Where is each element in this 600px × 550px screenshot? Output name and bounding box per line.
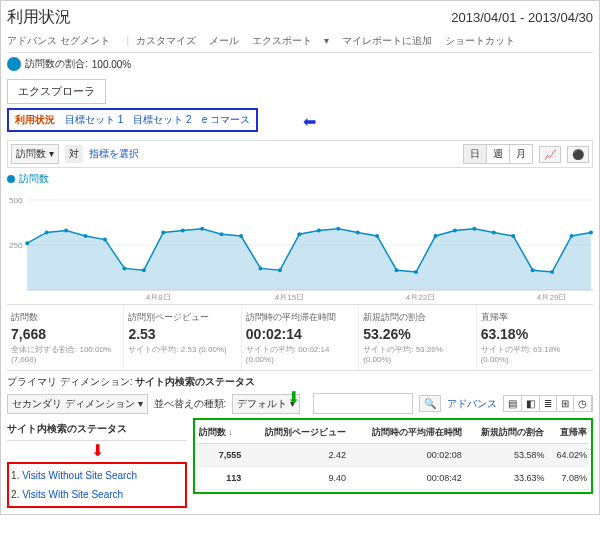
view-comparison-button[interactable]: ⊞ (557, 396, 574, 411)
add-report-button[interactable]: マイレポートに追加 (342, 35, 432, 46)
svg-text:4月22日: 4月22日 (406, 293, 436, 300)
tab-goal2[interactable]: 目標セット 2 (133, 113, 191, 127)
view-pivot-button[interactable]: ◷ (574, 396, 592, 411)
list-item: 1. Visits Without Site Search (11, 466, 183, 485)
svg-point-22 (356, 230, 360, 234)
search-button[interactable]: 🔍 (419, 395, 441, 412)
status-link[interactable]: Visits With Site Search (22, 489, 123, 500)
adv-segment-button[interactable]: アドバンス セグメント (7, 35, 110, 46)
export-button[interactable]: エクスポート ▾ (252, 35, 330, 46)
primary-dim-value: サイト内検索のステータス (135, 376, 255, 387)
view-performance-button[interactable]: ≣ (540, 396, 557, 411)
sub-tabs: 利用状況 目標セット 1 目標セット 2 e コマース ⬅ (7, 108, 258, 132)
table-row[interactable]: 1139.4000:08:4233.63%7.08% (197, 467, 589, 490)
svg-point-27 (453, 229, 457, 233)
kpi-card: 訪問別ページビュー2.53サイトの平均: 2.53 (0.00%) (124, 305, 241, 370)
kpi-card: 直帰率63.18%サイトの平均: 63.18% (0.00%) (477, 305, 593, 370)
primary-dim-label: プライマリ ディメンション: (7, 376, 133, 387)
col-header[interactable]: 訪問数 ↓ (197, 422, 243, 444)
col-header[interactable]: 訪問別ページビュー (243, 422, 348, 444)
svg-point-10 (122, 266, 126, 270)
view-table-button[interactable]: ▤ (504, 396, 522, 411)
motion-chart-button[interactable]: ⚫ (567, 146, 589, 163)
svg-point-16 (239, 234, 243, 238)
svg-point-31 (531, 268, 535, 272)
svg-point-32 (550, 270, 554, 274)
svg-text:4月29日: 4月29日 (537, 293, 567, 300)
table-row[interactable]: 7,5552.4200:02:0853.58%64.02% (197, 444, 589, 467)
svg-point-29 (492, 230, 496, 234)
svg-point-13 (181, 229, 185, 233)
svg-text:4月15日: 4月15日 (275, 293, 305, 300)
advanced-link[interactable]: アドバンス (447, 397, 497, 411)
col-header[interactable]: 新規訪問の割合 (464, 422, 547, 444)
view-percent-button[interactable]: ◧ (522, 396, 540, 411)
tab-ecommerce[interactable]: e コマース (202, 113, 250, 127)
status-header: サイト内検索のステータス (7, 418, 187, 441)
kpi-card: 訪問数7,668全体に対する割合: 100.00% (7,668) (7, 305, 124, 370)
explorer-tab[interactable]: エクスプローラ (7, 79, 106, 104)
status-list: 1. Visits Without Site Search2. Visits W… (7, 462, 187, 508)
customize-button[interactable]: カスタマイズ (136, 35, 196, 46)
svg-point-9 (103, 238, 107, 242)
svg-point-34 (589, 230, 593, 234)
svg-point-15 (220, 232, 224, 236)
page-title: 利用状況 (7, 7, 71, 28)
annotation-arrow-blue: ⬅ (303, 112, 316, 131)
sort-label: 並べ替えの種類: (154, 397, 227, 411)
list-item: 2. Visits With Site Search (11, 485, 183, 504)
time-granularity: 日 週 月 (463, 144, 533, 164)
annotation-arrow-red: ⬇ (7, 441, 187, 460)
col-header[interactable]: 訪問時の平均滞在時間 (348, 422, 464, 444)
percent-label: 訪問数の割合: (25, 57, 88, 71)
email-button[interactable]: メール (209, 35, 239, 46)
svg-point-7 (64, 229, 68, 233)
status-link[interactable]: Visits Without Site Search (22, 470, 137, 481)
metrics-table: 訪問数 ↓訪問別ページビュー訪問時の平均滞在時間新規訪問の割合直帰率 7,555… (197, 422, 589, 490)
svg-point-19 (297, 232, 301, 236)
svg-point-6 (45, 230, 49, 234)
svg-point-25 (414, 270, 418, 274)
svg-point-20 (317, 229, 321, 233)
svg-point-17 (258, 266, 262, 270)
svg-point-12 (161, 230, 165, 234)
svg-point-5 (25, 241, 29, 245)
svg-point-21 (336, 227, 340, 231)
tab-goal1[interactable]: 目標セット 1 (65, 113, 123, 127)
week-button[interactable]: 週 (487, 145, 510, 163)
svg-text:250: 250 (9, 241, 23, 250)
svg-point-11 (142, 268, 146, 272)
svg-point-8 (84, 234, 88, 238)
pie-icon (7, 57, 21, 71)
kpi-row: 訪問数7,668全体に対する割合: 100.00% (7,668)訪問別ページビ… (7, 304, 593, 371)
svg-point-26 (433, 234, 437, 238)
percent-value: 100.00% (92, 59, 131, 70)
secondary-dim-dropdown[interactable]: セカンダリ ディメンション ▾ (7, 394, 148, 414)
kpi-card: 訪問時の平均滞在時間00:02:14サイトの平均: 00:02:14 (0.00… (242, 305, 359, 370)
chart-type-button[interactable]: 📈 (539, 146, 561, 163)
shortcut-button[interactable]: ショートカット (445, 35, 515, 46)
chart-metric-label: 訪問数 (19, 172, 49, 186)
line-chart[interactable]: 500 250 4月8日4月15日4月22日4月29日 (7, 190, 593, 300)
svg-point-14 (200, 227, 204, 231)
svg-point-18 (278, 268, 282, 272)
svg-point-23 (375, 234, 379, 238)
col-header[interactable]: 直帰率 (546, 422, 589, 444)
day-button[interactable]: 日 (464, 145, 487, 163)
select-metric-link[interactable]: 指標を選択 (89, 147, 139, 161)
svg-point-28 (472, 227, 476, 231)
svg-point-24 (395, 268, 399, 272)
vs-label: 対 (65, 145, 83, 163)
month-button[interactable]: 月 (510, 145, 532, 163)
svg-point-33 (570, 234, 574, 238)
svg-text:500: 500 (9, 196, 23, 205)
date-range[interactable]: 2013/04/01 - 2013/04/30 (451, 10, 593, 25)
toolbar: アドバンス セグメント | カスタマイズ メール エクスポート ▾ マイレポート… (7, 34, 593, 53)
series-dot-icon (7, 175, 15, 183)
svg-text:4月8日: 4月8日 (146, 293, 171, 300)
annotation-arrow-green: ⬇ (287, 388, 300, 407)
svg-point-30 (511, 234, 515, 238)
search-input[interactable] (313, 393, 413, 414)
tab-usage[interactable]: 利用状況 (15, 113, 55, 127)
primary-metric-dropdown[interactable]: 訪問数 ▾ (11, 144, 59, 164)
